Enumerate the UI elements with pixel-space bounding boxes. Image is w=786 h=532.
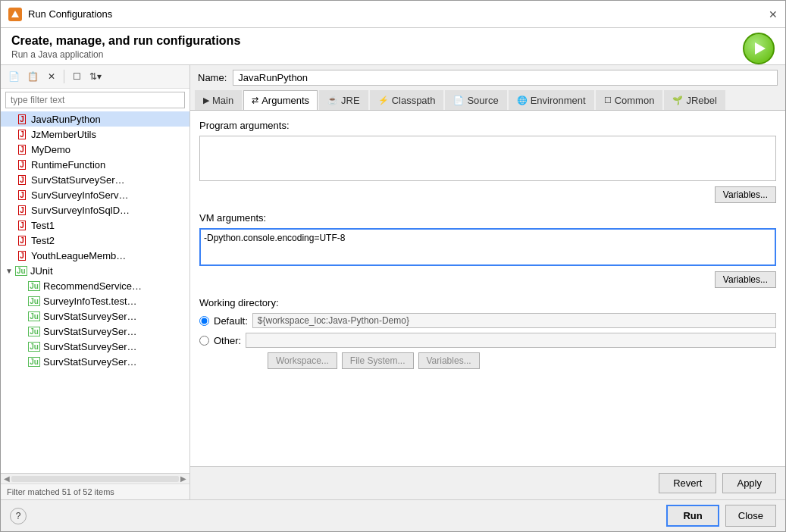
footer-bar: ? Run Close bbox=[1, 499, 785, 531]
list-item[interactable]: Ju RecommendService… bbox=[1, 278, 189, 293]
vm-args-input[interactable]: -Dpython.console.encoding=UTF-8 bbox=[199, 228, 776, 266]
help-button[interactable]: ? bbox=[10, 508, 27, 524]
vm-args-row: Variables... bbox=[199, 268, 776, 288]
junit-icon: Ju bbox=[28, 280, 40, 292]
list-item[interactable]: Ju SurvStatSurveySer… bbox=[1, 339, 189, 354]
window-close-button[interactable]: ✕ bbox=[769, 8, 778, 20]
main-tab-icon: ▶ bbox=[203, 95, 209, 105]
java-icon: J bbox=[16, 249, 28, 261]
item-label: SurvStatSurveySer… bbox=[43, 326, 137, 337]
jrebel-tab-icon: 🌱 bbox=[672, 95, 683, 105]
tab-arguments[interactable]: ⇄ Arguments bbox=[243, 90, 318, 110]
tab-common[interactable]: ☐ Common bbox=[596, 90, 663, 110]
vm-args-section: VM arguments: -Dpython.console.encoding=… bbox=[199, 212, 776, 288]
other-dir-input[interactable] bbox=[246, 333, 776, 348]
java-icon: J bbox=[16, 158, 28, 171]
other-radio-label: Other: bbox=[214, 335, 241, 346]
item-label: SurvSurveyInfoServ… bbox=[31, 189, 129, 201]
sort-button[interactable]: ⇅▾ bbox=[87, 68, 104, 85]
name-input[interactable] bbox=[233, 70, 778, 86]
classpath-tab-icon: ⚡ bbox=[378, 95, 389, 105]
tab-jrebel[interactable]: 🌱 JRebel bbox=[664, 90, 725, 110]
tab-environment-label: Environment bbox=[531, 95, 586, 106]
item-label: JavaRunPython bbox=[31, 114, 101, 125]
filter-button[interactable]: ☐ bbox=[68, 68, 85, 85]
toolbar-separator bbox=[64, 70, 64, 83]
default-dir-input bbox=[252, 313, 776, 328]
list-item[interactable]: J MyDemo bbox=[1, 142, 189, 157]
header-section: Create, manage, and run configurations R… bbox=[1, 28, 785, 65]
working-dir-section: Working directory: Default: Other: Works… bbox=[199, 297, 776, 369]
workspace-button[interactable]: Workspace... bbox=[268, 352, 337, 369]
item-label: SurvStatSurveySer… bbox=[31, 174, 125, 186]
header-title: Create, manage, and run configurations bbox=[11, 34, 775, 48]
list-item[interactable]: Ju SurvStatSurveySer… bbox=[1, 324, 189, 339]
name-label: Name: bbox=[198, 72, 227, 83]
junit-icon: Ju bbox=[28, 295, 40, 307]
left-panel: 📄 📋 ✕ ☐ ⇅▾ J JavaRunPython J JzMemberUti… bbox=[1, 65, 190, 499]
group-label: JUnit bbox=[30, 265, 53, 277]
junit-icon: Ju bbox=[28, 310, 40, 322]
item-label: SurveyInfoTest.test… bbox=[43, 296, 137, 307]
source-tab-icon: 📄 bbox=[453, 95, 464, 105]
program-args-section: Program arguments: Variables... bbox=[199, 120, 776, 203]
item-label: Test1 bbox=[31, 220, 55, 231]
list-item[interactable]: J RuntimeFunction bbox=[1, 157, 189, 172]
revert-button[interactable]: Revert bbox=[659, 473, 716, 493]
delete-button[interactable]: ✕ bbox=[43, 68, 60, 85]
environment-tab-icon: 🌐 bbox=[517, 95, 528, 105]
list-item[interactable]: J JzMemberUtils bbox=[1, 127, 189, 142]
item-label: YouthLeagueMemb… bbox=[31, 250, 126, 261]
dir-buttons: Workspace... File System... Variables... bbox=[268, 352, 776, 369]
title-bar: Run Configurations ✕ bbox=[1, 1, 785, 28]
tab-jre-label: JRE bbox=[341, 95, 360, 106]
tab-classpath[interactable]: ⚡ Classpath bbox=[370, 90, 444, 110]
right-panel: Name: ▶ Main ⇄ Arguments ☕ JRE ⚡ bbox=[190, 65, 785, 499]
java-icon: J bbox=[16, 128, 28, 140]
default-radio[interactable] bbox=[199, 316, 209, 326]
tree-area: J JavaRunPython J JzMemberUtils J MyDemo… bbox=[1, 111, 189, 473]
java-icon: J bbox=[16, 189, 28, 201]
program-args-variables-button[interactable]: Variables... bbox=[715, 186, 776, 203]
program-args-row: Variables... bbox=[199, 183, 776, 203]
filesystem-button[interactable]: File System... bbox=[342, 352, 414, 369]
tab-jre[interactable]: ☕ JRE bbox=[319, 90, 368, 110]
duplicate-button[interactable]: 📋 bbox=[24, 68, 41, 85]
list-item[interactable]: Ju SurvStatSurveySer… bbox=[1, 308, 189, 324]
junit-group[interactable]: ▼ Ju JUnit bbox=[1, 263, 189, 278]
run-button-header[interactable] bbox=[743, 33, 775, 64]
tab-source[interactable]: 📄 Source bbox=[445, 90, 506, 110]
list-item[interactable]: J Test1 bbox=[1, 217, 189, 233]
junit-group-icon: Ju bbox=[15, 264, 27, 277]
list-item[interactable]: Ju SurveyInfoTest.test… bbox=[1, 293, 189, 308]
dir-variables-button[interactable]: Variables... bbox=[418, 352, 480, 369]
expand-chevron-icon: ▼ bbox=[5, 267, 13, 275]
java-icon: J bbox=[16, 143, 28, 155]
java-icon: J bbox=[16, 113, 28, 125]
list-item[interactable]: J SurvSurveyInfoSqlD… bbox=[1, 202, 189, 217]
java-icon: J bbox=[16, 234, 28, 246]
default-radio-label: Default: bbox=[214, 315, 248, 327]
header-subtitle: Run a Java application bbox=[11, 49, 775, 60]
list-item[interactable]: Ju SurvStatSurveySer… bbox=[1, 354, 189, 369]
filter-input[interactable] bbox=[5, 92, 185, 108]
list-item[interactable]: J SurvStatSurveySer… bbox=[1, 172, 189, 187]
list-item[interactable]: J YouthLeagueMemb… bbox=[1, 248, 189, 263]
left-toolbar: 📄 📋 ✕ ☐ ⇅▾ bbox=[1, 65, 189, 89]
junit-icon: Ju bbox=[28, 340, 40, 352]
other-radio[interactable] bbox=[199, 336, 209, 346]
new-config-button[interactable]: 📄 bbox=[5, 68, 22, 85]
vm-args-variables-button[interactable]: Variables... bbox=[715, 271, 776, 288]
close-button-footer[interactable]: Close bbox=[725, 505, 776, 527]
item-label: RuntimeFunction bbox=[31, 159, 105, 171]
filter-status: Filter matched 51 of 52 items bbox=[1, 483, 189, 499]
tab-environment[interactable]: 🌐 Environment bbox=[509, 90, 594, 110]
program-args-input[interactable] bbox=[199, 136, 776, 181]
apply-button[interactable]: Apply bbox=[722, 473, 776, 493]
tab-main[interactable]: ▶ Main bbox=[195, 90, 242, 110]
list-item[interactable]: J JavaRunPython bbox=[1, 111, 189, 127]
tab-jrebel-label: JRebel bbox=[686, 95, 716, 106]
list-item[interactable]: J SurvSurveyInfoServ… bbox=[1, 187, 189, 202]
list-item[interactable]: J Test2 bbox=[1, 233, 189, 248]
run-button-footer[interactable]: Run bbox=[666, 505, 719, 527]
